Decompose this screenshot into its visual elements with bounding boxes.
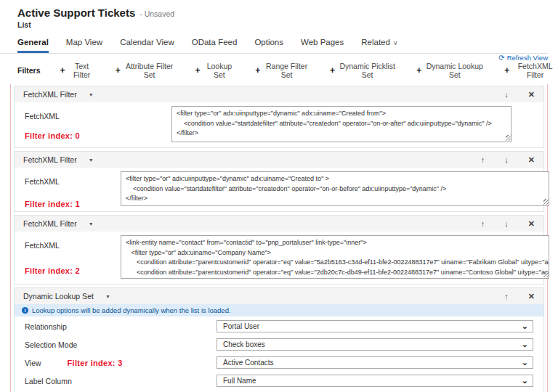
section-header[interactable]: FetchXML Filter ▼ ↑ ↓ ✕ <box>15 152 543 168</box>
move-down-icon[interactable]: ↓ <box>504 91 509 99</box>
info-icon: i <box>22 307 28 314</box>
tab-bar: General Map View Calendar View OData Fee… <box>0 38 558 53</box>
filters-toolbar-title: Filters <box>17 66 41 75</box>
tab-calendar-view-label: Calendar View <box>120 38 174 46</box>
delete-section-icon[interactable]: ✕ <box>528 156 535 164</box>
section-title: FetchXML Filter <box>23 219 77 228</box>
add-fetchxml-filter-button[interactable]: +FetchXML Filter <box>504 62 558 79</box>
filters-toolbar: Filters +Text Filter +Attribute Filter S… <box>0 54 558 84</box>
refresh-view-link[interactable]: ⟳ Refresh View <box>498 54 548 62</box>
tab-related[interactable]: Related∨ <box>361 38 397 53</box>
tab-general-label: General <box>17 38 49 46</box>
view-label: View <box>25 359 41 367</box>
add-fetchxml-filter-label: FetchXML Filter <box>512 62 558 79</box>
fetchxml-filter-section-2: FetchXML Filter ▼ ↑ ↓ ✕ FetchXML Filter … <box>14 215 544 285</box>
add-dynamic-lookup-set-label: Dynamic Lookup Set <box>424 62 485 79</box>
info-message-bar: i Lookup options will be added dynamical… <box>15 304 543 317</box>
chevron-down-icon: ⌄ <box>522 378 528 383</box>
collapse-icon[interactable]: ▼ <box>89 158 94 163</box>
section-title: Dynamic Lookup Set <box>23 292 94 301</box>
selection-mode-label: Selection Mode <box>15 340 217 349</box>
selection-mode-select[interactable]: Check boxes ⌄ <box>217 338 533 351</box>
label-column-select[interactable]: Full Name ⌄ <box>217 375 533 387</box>
add-dynamic-picklist-set-button[interactable]: +Dynamic Picklist Set <box>330 62 397 79</box>
relationship-label: Relationship <box>15 322 217 331</box>
move-down-icon[interactable]: ↓ <box>504 220 509 228</box>
resize-grip[interactable] <box>506 135 512 141</box>
tab-options[interactable]: Options <box>254 38 283 53</box>
fetchxml-textarea[interactable]: <filter type="or" adx:uiinputtype="dynam… <box>121 171 549 206</box>
tab-related-label: Related <box>361 38 390 46</box>
filters-sections-container: FetchXML Filter ▼ ↓ ✕ FetchXML Filter in… <box>10 84 548 392</box>
add-lookup-set-label: Lookup Set <box>203 62 235 79</box>
view-row: View Filter index: 3 Active Contacts ⌄ <box>15 354 543 371</box>
relationship-value: Portal User <box>217 322 259 330</box>
delete-section-icon[interactable]: ✕ <box>528 293 535 301</box>
add-dynamic-lookup-set-button[interactable]: +Dynamic Lookup Set <box>416 62 485 79</box>
section-title: FetchXML Filter <box>23 155 77 164</box>
filter-index-annotation: Filter index: 3 <box>68 359 123 367</box>
label-column-label: Label Column <box>15 377 217 385</box>
list-configuration-page: Active Support Tickets - Unsaved List Ge… <box>0 0 558 392</box>
resize-grip[interactable] <box>543 199 549 205</box>
tab-calendar-view[interactable]: Calendar View <box>120 38 174 53</box>
add-attribute-filter-set-label: Attribute Filter Set <box>124 62 176 79</box>
collapse-icon[interactable]: ▼ <box>89 92 94 97</box>
chevron-down-icon: ⌄ <box>522 360 528 365</box>
fetchxml-filter-section-1: FetchXML Filter ▼ ↑ ↓ ✕ FetchXML Filter … <box>14 151 544 212</box>
add-range-filter-set-label: Range Filter Set <box>263 62 310 79</box>
plus-icon: + <box>195 66 200 75</box>
label-column-value: Full Name <box>217 377 256 385</box>
tab-general[interactable]: General <box>17 38 49 53</box>
plus-icon: + <box>116 66 121 75</box>
tab-web-pages[interactable]: Web Pages <box>301 38 344 53</box>
relationship-row: Relationship Portal User ⌄ <box>15 318 543 335</box>
refresh-view-label: Refresh View <box>507 54 548 62</box>
tab-odata-feed-label: OData Feed <box>192 38 238 46</box>
section-header[interactable]: Dynamic Lookup Set ▼ ↑ ✕ <box>15 288 543 304</box>
plus-icon: + <box>255 66 260 75</box>
add-attribute-filter-set-button[interactable]: +Attribute Filter Set <box>116 62 176 79</box>
delete-section-icon[interactable]: ✕ <box>528 220 535 228</box>
move-up-icon[interactable]: ↑ <box>481 220 485 228</box>
move-up-icon[interactable]: ↑ <box>481 156 485 164</box>
add-range-filter-set-button[interactable]: +Range Filter Set <box>255 62 310 79</box>
fetchxml-textarea[interactable]: <filter type="or" adx:uiinputtype="dynam… <box>171 106 512 142</box>
chevron-down-icon: ⌄ <box>522 342 528 347</box>
tab-map-view[interactable]: Map View <box>66 38 102 53</box>
add-dynamic-picklist-set-label: Dynamic Picklist Set <box>338 62 397 79</box>
page-title: Active Support Tickets <box>17 7 135 19</box>
resize-grip[interactable] <box>543 271 549 277</box>
tab-options-label: Options <box>254 38 283 46</box>
add-lookup-set-button[interactable]: +Lookup Set <box>195 62 235 79</box>
move-up-icon[interactable]: ↑ <box>504 293 509 301</box>
entity-type-label: List <box>17 20 558 29</box>
page-header: Active Support Tickets - Unsaved List <box>0 0 558 29</box>
tab-web-pages-label: Web Pages <box>301 38 344 46</box>
plus-icon: + <box>330 66 335 75</box>
tab-odata-feed[interactable]: OData Feed <box>192 38 238 53</box>
selection-mode-value: Check boxes <box>217 340 265 348</box>
fetchxml-textarea[interactable]: <link-entity name="contact" from="contac… <box>121 235 549 279</box>
fetchxml-filter-section-0: FetchXML Filter ▼ ↓ ✕ FetchXML Filter in… <box>14 86 544 148</box>
tab-map-view-label: Map View <box>66 38 102 46</box>
collapse-icon[interactable]: ▼ <box>89 221 94 226</box>
unsaved-status: - Unsaved <box>140 9 174 18</box>
view-value: Active Contacts <box>217 359 273 367</box>
view-select[interactable]: Active Contacts ⌄ <box>217 356 533 369</box>
plus-icon: + <box>504 66 509 75</box>
section-header[interactable]: FetchXML Filter ▼ ↑ ↓ ✕ <box>15 216 543 232</box>
plus-icon: + <box>60 66 65 75</box>
chevron-down-icon: ⌄ <box>522 324 528 329</box>
delete-section-icon[interactable]: ✕ <box>528 91 535 99</box>
dynamic-lookup-set-section: Dynamic Lookup Set ▼ ↑ ✕ i Lookup option… <box>14 287 544 392</box>
collapse-icon[interactable]: ▼ <box>105 294 110 299</box>
section-header[interactable]: FetchXML Filter ▼ ↓ ✕ <box>15 86 543 102</box>
info-message-text: Lookup options will be added dynamically… <box>32 306 231 314</box>
plus-icon: + <box>416 66 421 75</box>
add-text-filter-label: Text Filter <box>68 62 96 79</box>
move-down-icon[interactable]: ↓ <box>504 156 509 164</box>
add-text-filter-button[interactable]: +Text Filter <box>60 62 96 79</box>
relationship-select[interactable]: Portal User ⌄ <box>217 320 533 332</box>
chevron-down-icon: ∨ <box>393 39 398 46</box>
